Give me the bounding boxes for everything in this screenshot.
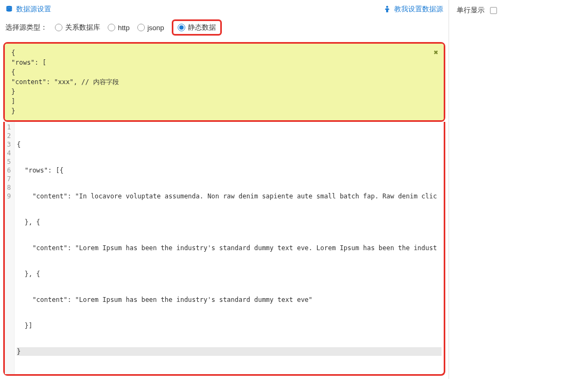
svg-point-0 bbox=[6, 6, 12, 8]
help-link[interactable]: 教我设置数据源 bbox=[383, 4, 443, 14]
help-link-text: 教我设置数据源 bbox=[394, 4, 443, 14]
hint-line: } bbox=[11, 106, 437, 116]
hint-line: "content": "xxx", // 内容字段 bbox=[11, 77, 437, 87]
source-type-row: 选择源类型： 关系数据库 http jsonp 静态数据 bbox=[0, 17, 449, 40]
code-line: } bbox=[17, 347, 442, 356]
svg-point-1 bbox=[386, 6, 388, 8]
code-line: { bbox=[17, 140, 442, 149]
format-hint-box: ✖ { "rows": [ { "content": "xxx", // 内容字… bbox=[5, 44, 444, 120]
panel-header: 数据源设置 教我设置数据源 bbox=[0, 0, 449, 17]
code-line: "content": "Lorem Ipsum has been the ind… bbox=[17, 244, 442, 252]
radio-icon bbox=[55, 24, 62, 31]
editor-content[interactable]: { "rows": [{ "content": "In locavore vol… bbox=[15, 122, 444, 374]
help-icon bbox=[383, 5, 391, 13]
editor-blank-area bbox=[0, 376, 449, 379]
radio-jsonp[interactable]: jsonp bbox=[137, 24, 164, 32]
header-title: 数据源设置 bbox=[16, 4, 51, 14]
radio-icon bbox=[137, 24, 145, 31]
radio-static-data[interactable]: 静态数据 bbox=[178, 23, 216, 32]
radio-label: 关系数据库 bbox=[65, 23, 100, 32]
code-line: "content": "In locavore voluptate assume… bbox=[17, 192, 442, 201]
radio-icon bbox=[108, 24, 115, 31]
hint-line: { bbox=[11, 67, 437, 77]
single-line-label: 单行显示 bbox=[457, 5, 485, 15]
code-editor[interactable]: 123456789 { "rows": [{ "content": "In lo… bbox=[5, 122, 444, 374]
hint-line: "rows": [ bbox=[11, 58, 437, 67]
hint-line: ] bbox=[11, 97, 437, 106]
source-type-label: 选择源类型： bbox=[5, 23, 47, 32]
radio-label: jsonp bbox=[148, 24, 164, 32]
hint-line: } bbox=[11, 87, 437, 97]
code-line: "content": "Lorem Ipsum has been the ind… bbox=[17, 295, 442, 304]
hint-line: { bbox=[11, 48, 437, 58]
database-icon bbox=[5, 5, 13, 13]
code-line: }, { bbox=[17, 218, 442, 226]
radio-http[interactable]: http bbox=[108, 24, 130, 32]
single-line-row: 单行显示 bbox=[457, 5, 580, 15]
editor-gutter: 123456789 bbox=[5, 122, 15, 374]
header-title-group: 数据源设置 bbox=[5, 4, 51, 14]
single-line-checkbox[interactable] bbox=[490, 7, 497, 14]
code-line: }, { bbox=[17, 270, 442, 278]
code-line: }] bbox=[17, 321, 442, 330]
radio-relational-db[interactable]: 关系数据库 bbox=[55, 23, 100, 32]
close-icon[interactable]: ✖ bbox=[434, 47, 438, 58]
code-line: "rows": [{ bbox=[17, 166, 442, 175]
radio-icon bbox=[178, 24, 185, 31]
radio-label: http bbox=[118, 24, 130, 32]
radio-label: 静态数据 bbox=[188, 23, 216, 32]
